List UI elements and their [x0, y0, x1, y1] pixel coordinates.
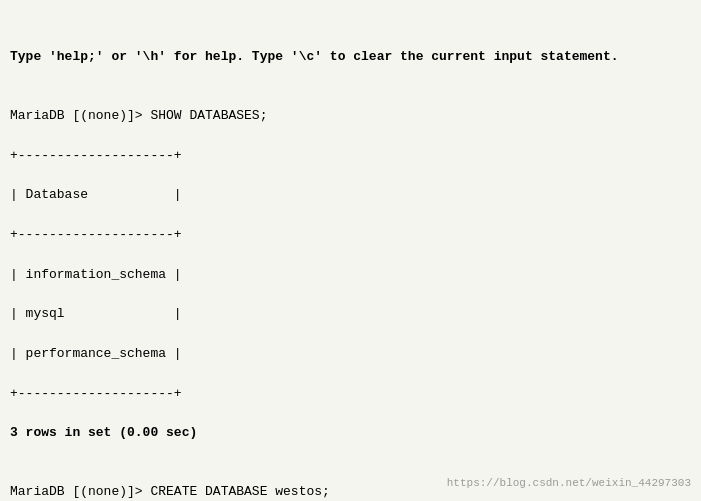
terminal-line: | information_schema |: [10, 265, 691, 285]
terminal-line: | Database |: [10, 185, 691, 205]
terminal-window: Type 'help;' or '\h' for help. Type '\c'…: [0, 0, 701, 501]
terminal-line: +--------------------+: [10, 225, 691, 245]
watermark: https://blog.csdn.net/weixin_44297303: [447, 475, 691, 492]
terminal-line: MariaDB [(none)]> SHOW DATABASES;: [10, 106, 691, 126]
terminal-line: +--------------------+: [10, 384, 691, 404]
terminal-line: 3 rows in set (0.00 sec): [10, 423, 691, 443]
terminal-output: Type 'help;' or '\h' for help. Type '\c'…: [10, 47, 691, 501]
terminal-line: | performance_schema |: [10, 344, 691, 364]
terminal-line: | mysql |: [10, 304, 691, 324]
terminal-line: +--------------------+: [10, 146, 691, 166]
terminal-line: Type 'help;' or '\h' for help. Type '\c'…: [10, 47, 691, 67]
